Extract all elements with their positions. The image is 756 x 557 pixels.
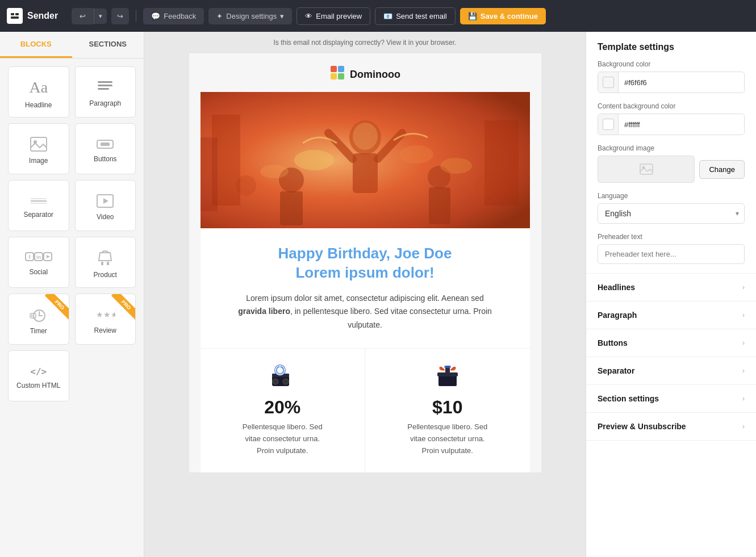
tab-blocks[interactable]: BLOCKS: [0, 32, 72, 58]
tab-sections[interactable]: SECTIONS: [72, 32, 144, 58]
block-separator[interactable]: Separator: [8, 180, 69, 231]
buttons-icon: [96, 138, 114, 150]
block-label: Custom HTML: [16, 382, 60, 390]
review-pro-ribbon: PRO: [101, 294, 135, 328]
svg-rect-50: [484, 120, 519, 206]
block-custom-html[interactable]: </> Custom HTML: [8, 350, 69, 401]
accordion-preview-unsubscribe-label: Preview & Unsubscribe: [598, 422, 686, 431]
accordion-section-settings-arrow: ›: [742, 395, 745, 403]
block-label: Social: [29, 268, 48, 276]
accordion-paragraph[interactable]: Paragraph ›: [586, 301, 756, 329]
svg-rect-1: [15, 13, 19, 15]
block-social[interactable]: f in Social: [8, 237, 69, 288]
accordion-headlines[interactable]: Headlines ›: [586, 274, 756, 301]
svg-rect-39: [280, 191, 303, 225]
feedback-icon: 💬: [151, 12, 160, 20]
email-frame: Dominooo: [189, 53, 541, 472]
email-offers: 🕐 20% Pellentesque libero. Sed vitae con…: [201, 348, 530, 472]
content-bg-color-label: Content background color: [598, 102, 745, 110]
bg-color-input-row[interactable]: [598, 72, 745, 93]
accordion-buttons-arrow: ›: [742, 339, 745, 347]
svg-rect-0: [11, 13, 14, 15]
undo-dropdown-button[interactable]: ▾: [94, 9, 107, 24]
undo-redo-group: ↩ ▾: [72, 8, 107, 24]
block-buttons[interactable]: Buttons: [75, 123, 136, 174]
send-test-icon: 📧: [383, 12, 392, 20]
block-label: Video: [97, 213, 114, 221]
accordion-paragraph-label: Paragraph: [598, 311, 637, 320]
svg-rect-2: [11, 16, 19, 19]
body-text-1: Lorem ipsum dolor sit amet, consectetur …: [246, 294, 484, 303]
offer-1-pct: 20%: [212, 397, 354, 418]
accordion-buttons[interactable]: Buttons ›: [586, 329, 756, 357]
accordion-separator[interactable]: Separator ›: [586, 357, 756, 385]
email-preview-icon: 👁: [305, 12, 312, 20]
preheader-label: Preheader text: [598, 233, 745, 241]
logo-area: Sender: [7, 8, 58, 24]
image-icon: [30, 136, 48, 152]
bg-color-field[interactable]: [619, 74, 744, 91]
canvas-topbar: Is this email not displaying correctly? …: [144, 32, 586, 53]
accordion-separator-label: Separator: [598, 366, 634, 375]
sidebar: BLOCKS SECTIONS Aa Headline Paragraph: [0, 32, 144, 557]
bg-color-swatch-inner: [603, 77, 614, 88]
canvas: Is this email not displaying correctly? …: [144, 32, 586, 557]
language-label: Language: [598, 192, 745, 200]
headline-part3: Lorem ipsum dolor!: [295, 264, 434, 281]
svg-rect-32: [338, 73, 344, 79]
svg-marker-20: [47, 255, 50, 258]
svg-rect-31: [331, 73, 337, 79]
block-headline[interactable]: Aa Headline: [8, 66, 69, 118]
block-video[interactable]: Video: [75, 180, 136, 231]
preheader-section: Preheader text: [586, 233, 756, 273]
svg-point-54: [283, 379, 289, 384]
svg-rect-4: [98, 85, 112, 86]
block-review[interactable]: PRO ★★★ Review: [75, 294, 136, 345]
accordion-preview-unsubscribe-arrow: ›: [742, 422, 745, 430]
custom-html-icon: </>: [30, 366, 47, 377]
block-timer[interactable]: PRO Timer: [8, 294, 69, 345]
logo-text: Sender: [27, 11, 58, 21]
headline-name: Joe Doe: [394, 245, 452, 262]
svg-rect-29: [331, 66, 337, 72]
block-image[interactable]: Image: [8, 123, 69, 174]
content-bg-color-field[interactable]: [619, 116, 744, 133]
body-text-bold: gravida libero: [238, 307, 290, 316]
block-label: Headline: [25, 101, 52, 109]
accordion-section-settings[interactable]: Section settings ›: [586, 385, 756, 413]
sidebar-tabs: BLOCKS SECTIONS: [0, 32, 144, 58]
block-product[interactable]: Product: [75, 237, 136, 288]
design-settings-icon: ✦: [216, 12, 223, 20]
svg-rect-41: [429, 187, 450, 224]
design-settings-button[interactable]: ✦ Design settings ▾: [208, 8, 292, 24]
email-preview-button[interactable]: 👁 Email preview: [296, 7, 370, 25]
svg-point-48: [353, 123, 378, 150]
preheader-input[interactable]: [598, 244, 745, 264]
block-paragraph[interactable]: Paragraph: [75, 66, 136, 118]
undo-button[interactable]: ↩: [72, 8, 94, 24]
accordion-preview-unsubscribe[interactable]: Preview & Unsubscribe ›: [586, 413, 756, 441]
content-bg-color-input-row[interactable]: [598, 114, 745, 135]
feedback-button[interactable]: 💬 Feedback: [143, 8, 204, 24]
language-select[interactable]: English French Spanish German: [598, 203, 745, 224]
redo-button[interactable]: ↪: [111, 8, 129, 24]
bg-image-change-button[interactable]: Change: [699, 160, 745, 179]
save-continue-button[interactable]: 💾 Save & continue: [460, 8, 546, 24]
design-settings-arrow: ▾: [280, 12, 284, 20]
bg-color-swatch[interactable]: [598, 72, 619, 93]
send-test-email-button[interactable]: 📧 Send test email: [375, 7, 456, 25]
svg-point-44: [294, 150, 334, 170]
svg-text:in: in: [36, 254, 41, 260]
main-layout: BLOCKS SECTIONS Aa Headline Paragraph: [0, 32, 756, 557]
bg-color-label: Background color: [598, 60, 745, 68]
bg-image-box: [598, 156, 695, 183]
accordion-paragraph-arrow: ›: [742, 311, 745, 319]
email-body: Happy Birthday, Joe Doe Lorem ipsum dolo…: [201, 92, 530, 472]
svg-point-53: [273, 379, 278, 384]
block-label: Timer: [30, 327, 47, 335]
svg-marker-14: [103, 198, 108, 204]
block-label: Buttons: [94, 155, 117, 163]
content-bg-color-swatch[interactable]: [598, 114, 619, 135]
language-section: Language English French Spanish German ▾: [586, 192, 756, 233]
video-icon: [96, 194, 114, 208]
